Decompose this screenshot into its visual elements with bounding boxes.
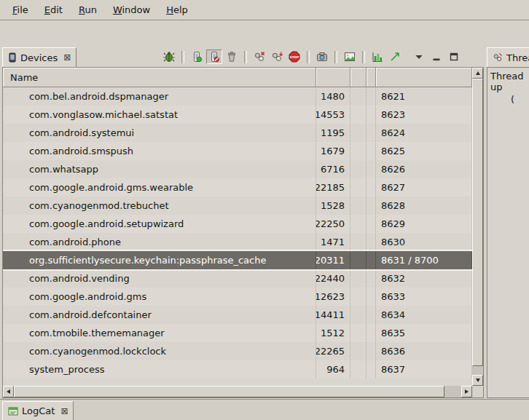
table-row[interactable]: com.android.defcontainer 14411 8634 [3, 306, 472, 324]
table-row[interactable]: com.google.android.gms 12623 8633 [3, 288, 472, 306]
process-pid-cell: 1471 [316, 233, 350, 251]
tab-devices[interactable]: Devices ⊠ [2, 47, 77, 67]
tracing-button[interactable] [387, 49, 403, 64]
debug-process-button[interactable] [161, 49, 177, 64]
table-row[interactable]: com.cyanogenmod.lockclock 22265 8636 [3, 342, 472, 360]
sysinfo-button[interactable] [369, 49, 385, 64]
table-row[interactable]: com.android.systemui 1195 8624 [3, 124, 472, 142]
process-port-cell: 8630 [376, 233, 472, 251]
process-pid-cell: 22440 [316, 269, 350, 288]
threads-icon [493, 52, 503, 63]
update-threads-button[interactable] [251, 49, 267, 64]
table-row[interactable]: com.google.android.gms.wearable 22185 86… [3, 178, 472, 197]
toolbar-separator [244, 51, 247, 63]
menu-edit[interactable]: Edit [36, 2, 71, 18]
update-heap-button[interactable] [189, 49, 205, 64]
screen-capture-button[interactable] [314, 49, 330, 64]
blank-cell [367, 124, 376, 142]
blank-cell [350, 197, 367, 215]
scroll-left-button[interactable] [3, 386, 14, 397]
horizontal-scrollbar[interactable] [3, 386, 472, 397]
table-row[interactable]: system_process 964 8637 [3, 360, 472, 379]
table-row[interactable]: com.whatsapp 6716 8626 [3, 160, 472, 178]
vertical-scroll-thumb[interactable] [472, 79, 483, 366]
process-name-cell: com.android.systemui [3, 124, 316, 142]
view-ui-hierarchy-button[interactable] [342, 49, 358, 64]
process-name-cell: system_process [3, 360, 316, 379]
maximize-button[interactable] [446, 49, 462, 64]
table-row[interactable]: com.android.phone 1471 8630 [3, 233, 472, 251]
scroll-right-button[interactable] [461, 386, 472, 397]
blank-cell [367, 106, 376, 124]
blank-cell [367, 251, 376, 269]
blank-cell [350, 269, 367, 288]
table-row[interactable]: com.android.vending 22440 8632 [3, 269, 472, 288]
tab-threads[interactable]: Threads [487, 47, 529, 67]
threads-message-line1: Thread up [490, 71, 529, 92]
table-header-row: Name [3, 68, 472, 87]
process-port-cell: 8625 [376, 142, 472, 160]
devices-tabbar: Devices ⊠ [2, 47, 484, 67]
process-name-cell: com.whatsapp [3, 160, 316, 178]
blank-cell [350, 160, 367, 178]
diagonal-arrow-icon [389, 51, 401, 63]
stop-process-button[interactable]: STOP [286, 49, 302, 64]
process-name-cell: com.android.phone [3, 233, 316, 251]
method-profiling-icon [271, 51, 283, 63]
threads-message: Thread up ( [487, 67, 529, 398]
process-pid-cell: 14411 [316, 306, 350, 324]
process-pid-cell: 22185 [316, 178, 350, 197]
table-row[interactable]: org.sufficientlysecure.keychain:passphra… [3, 251, 472, 269]
horizontal-scroll-thumb[interactable] [14, 386, 444, 397]
menu-run[interactable]: Run [71, 2, 105, 18]
blank-cell [350, 215, 367, 233]
empty-toolbar-area [0, 20, 529, 46]
arrow-down-icon [476, 379, 480, 382]
process-port-cell: 8633 [376, 288, 472, 306]
tab-logcat[interactable]: LogCat ⊠ [2, 401, 74, 420]
threads-tabbar: Threads [487, 47, 529, 67]
column-header-pid[interactable] [316, 68, 350, 87]
column-header-port[interactable] [376, 68, 472, 87]
table-row[interactable]: com.bel.android.dspmanager 1480 8621 [3, 87, 472, 106]
process-pid-cell: 22250 [316, 215, 350, 233]
menu-window[interactable]: Window [105, 2, 158, 18]
close-icon[interactable]: ⊠ [63, 52, 71, 63]
menu-help[interactable]: Help [158, 2, 196, 18]
view-menu-button[interactable] [411, 49, 427, 64]
blank-cell [350, 342, 367, 360]
process-port-cell: 8626 [376, 160, 472, 178]
vertical-scrollbar[interactable] [472, 68, 483, 386]
menu-file[interactable]: File [4, 2, 36, 18]
process-pid-cell: 20311 [316, 251, 350, 269]
process-name-cell: org.sufficientlysecure.keychain:passphra… [3, 251, 316, 269]
table-body: com.bel.android.dspmanager 1480 8621 com… [3, 87, 472, 386]
minimize-button[interactable] [428, 49, 444, 64]
column-header-blank1[interactable] [350, 68, 367, 87]
process-name-cell: com.android.smspush [3, 142, 316, 160]
column-header-blank2[interactable] [367, 68, 376, 87]
arrow-left-icon [7, 389, 10, 394]
view-menu-triangle-icon [415, 52, 423, 61]
method-profiling-button[interactable] [269, 49, 285, 64]
table-row[interactable]: com.tmobile.thememanager 1512 8635 [3, 324, 472, 342]
svg-text:STOP: STOP [290, 55, 299, 59]
cause-gc-button[interactable] [224, 49, 240, 64]
dump-hprof-button[interactable] [206, 49, 222, 64]
tab-logcat-label: LogCat [22, 405, 55, 416]
table-row[interactable]: com.android.smspush 1679 8625 [3, 142, 472, 160]
menu-window-label-rest: indow [122, 4, 150, 15]
table-row[interactable]: com.cyanogenmod.trebuchet 1528 8628 [3, 197, 472, 215]
scroll-up-button[interactable] [472, 68, 483, 79]
scroll-down-button[interactable] [472, 375, 483, 386]
blank-cell [367, 324, 376, 342]
tab-threads-label: Threads [506, 52, 529, 63]
process-port-cell: 8624 [376, 124, 472, 142]
column-header-name[interactable]: Name [3, 68, 316, 87]
table-row[interactable]: com.google.android.setupwizard 22250 862… [3, 215, 472, 233]
close-icon[interactable]: ⊠ [60, 406, 68, 416]
table-row[interactable]: com.vonglasow.michael.satstat 14553 8623 [3, 106, 472, 124]
process-name-cell: com.google.android.setupwizard [3, 215, 316, 233]
process-name-cell: com.cyanogenmod.lockclock [3, 342, 316, 360]
blank-cell [350, 142, 367, 160]
